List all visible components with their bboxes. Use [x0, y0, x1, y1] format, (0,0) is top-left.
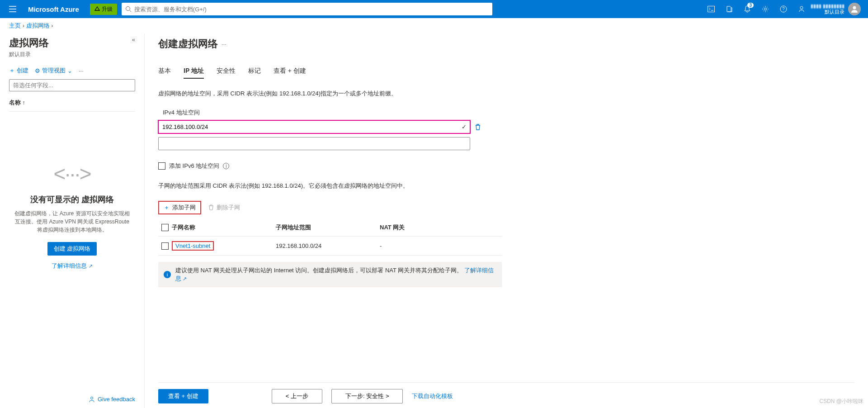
tab-ip[interactable]: IP 地址 — [184, 64, 204, 79]
page-title: 创建虚拟网络 — [158, 37, 218, 51]
plus-icon: ＋ — [164, 204, 170, 212]
empty-desc: 创建虚拟网络，让 Azure 资源可以安全地实现相互连接。使用 Azure VP… — [14, 209, 131, 234]
brand-label[interactable]: Microsoft Azure — [22, 5, 85, 13]
breadcrumb-vnet[interactable]: 虚拟网络 — [26, 22, 50, 29]
ipv4-label: IPv4 地址空间 — [158, 109, 854, 117]
subnet-desc: 子网的地址范围采用 CIDR 表示法(例如 192.168.1.0/24)。它必… — [158, 182, 854, 190]
svg-point-4 — [800, 6, 803, 9]
tab-tags[interactable]: 标记 — [248, 64, 261, 79]
prev-button[interactable]: < 上一步 — [272, 389, 322, 403]
col-subnet-name: 子网名称 — [172, 223, 276, 232]
upgrade-label: 升级 — [102, 5, 113, 13]
svg-point-2 — [764, 8, 766, 10]
watermark: CSDN @小咔啦咪 — [819, 398, 863, 405]
more-menu[interactable]: ··· — [79, 67, 84, 74]
tab-security[interactable]: 安全性 — [217, 64, 236, 79]
empty-title: 没有可显示的 虚拟网络 — [14, 194, 131, 205]
info-circle-icon: i — [164, 271, 171, 278]
breadcrumb-sep2: › — [51, 22, 53, 29]
next-button[interactable]: 下一步: 安全性 > — [331, 389, 403, 403]
user-name: ▮▮▮▮ ▮▮▮▮▮▮▮▮ — [811, 3, 844, 9]
row-checkbox[interactable] — [161, 242, 169, 250]
info-icon[interactable]: i — [223, 163, 229, 169]
upgrade-button[interactable]: 升级 — [90, 4, 117, 15]
give-feedback[interactable]: Give feedback — [9, 396, 135, 403]
empty-icon: <···> — [14, 161, 131, 186]
create-button[interactable]: ＋创建 — [9, 66, 28, 75]
main-panel: 创建虚拟网络 ··· 基本 IP 地址 安全性 标记 查看 + 创建 虚拟网络的… — [145, 33, 868, 408]
upgrade-icon — [94, 6, 100, 12]
search-icon — [125, 6, 132, 12]
sidebar: 虚拟网络 默认目录 « ＋创建 ⚙管理视图⌄ ··· 名称 ↑ <···> 没有… — [0, 33, 145, 408]
empty-state: <···> 没有可显示的 虚拟网络 创建虚拟网络，让 Azure 资源可以安全地… — [9, 161, 135, 270]
directories-icon[interactable] — [720, 0, 738, 18]
user-directory: 默认目录 — [811, 9, 844, 15]
tab-review[interactable]: 查看 + 创建 — [274, 64, 306, 79]
sidebar-subtitle: 默认目录 — [9, 51, 49, 58]
settings-icon[interactable] — [756, 0, 774, 18]
top-header: Microsoft Azure 升级 3 ▮▮▮▮ ▮▮▮▮▮▮▮▮ 默认目录 — [0, 0, 868, 18]
download-template-link[interactable]: 下载自动化模板 — [412, 392, 453, 400]
feedback-person-icon — [89, 396, 95, 403]
feedback-icon[interactable] — [793, 0, 811, 18]
ipv4-input-wrap: ✓ — [158, 120, 470, 133]
create-vnet-button[interactable]: 创建 虚拟网络 — [47, 242, 97, 256]
ipv4-input-empty-wrap — [158, 137, 470, 150]
breadcrumb: 主页 › 虚拟网络 › — [0, 18, 868, 33]
breadcrumb-home[interactable]: 主页 — [9, 22, 21, 29]
svg-point-6 — [90, 397, 93, 399]
wizard-footer: 查看 + 创建 < 上一步 下一步: 安全性 > 下载自动化模板 — [158, 382, 854, 408]
delete-subnet-button[interactable]: 删除子网 — [208, 204, 240, 212]
header-icons: 3 ▮▮▮▮ ▮▮▮▮▮▮▮▮ 默认目录 — [702, 0, 864, 18]
info-text: 建议使用 NAT 网关处理从子网出站的 Internet 访问。创建虚拟网络后，… — [175, 267, 462, 274]
plus-icon: ＋ — [9, 66, 15, 75]
chevron-down-icon: ⌄ — [67, 67, 72, 74]
svg-point-0 — [126, 7, 130, 11]
cloud-shell-icon[interactable] — [702, 0, 720, 18]
tabs: 基本 IP 地址 安全性 标记 查看 + 创建 — [158, 64, 854, 79]
svg-rect-1 — [708, 6, 714, 12]
breadcrumb-sep: › — [23, 22, 24, 29]
add-subnet-button[interactable]: ＋ 添加子网 — [158, 201, 201, 214]
subnet-nat: - — [380, 242, 502, 249]
col-subnet-range: 子网地址范围 — [276, 223, 380, 232]
ipv6-label: 添加 IPv6 地址空间 — [169, 162, 219, 170]
notifications-icon[interactable]: 3 — [738, 0, 756, 18]
sidebar-toolbar: ＋创建 ⚙管理视图⌄ ··· — [9, 66, 135, 75]
delete-addr-icon[interactable] — [475, 123, 481, 131]
subnet-name-link[interactable]: Vnet1-subnet — [172, 241, 214, 251]
ipv4-input-empty[interactable] — [158, 137, 470, 150]
svg-point-5 — [853, 6, 856, 9]
more-actions[interactable]: ··· — [222, 41, 226, 47]
search-input[interactable] — [134, 6, 489, 13]
ipv4-input[interactable] — [158, 120, 470, 133]
help-icon[interactable] — [774, 0, 793, 18]
select-all-checkbox[interactable] — [161, 224, 169, 231]
learn-more-link[interactable]: 了解详细信息 — [52, 262, 92, 269]
notification-badge: 3 — [747, 3, 754, 8]
filter-input[interactable] — [9, 79, 135, 91]
review-create-button[interactable]: 查看 + 创建 — [158, 389, 208, 403]
addr-space-desc: 虚拟网络的地址空间，采用 CIDR 表示法(例如 192.168.1.0/24)… — [158, 90, 854, 98]
table-row: Vnet1-subnet 192.168.100.0/24 - — [158, 237, 502, 256]
subnet-table: 子网名称 子网地址范围 NAT 网关 Vnet1-subnet 192.168.… — [158, 219, 502, 256]
collapse-icon[interactable]: « — [132, 36, 135, 43]
ipv6-checkbox[interactable] — [158, 162, 165, 170]
avatar — [848, 3, 861, 15]
hamburger-icon[interactable] — [4, 0, 22, 18]
subnet-range: 192.168.100.0/24 — [276, 242, 380, 249]
info-bar: i 建议使用 NAT 网关处理从子网出站的 Internet 访问。创建虚拟网络… — [158, 262, 502, 287]
user-text: ▮▮▮▮ ▮▮▮▮▮▮▮▮ 默认目录 — [811, 3, 844, 15]
manage-view-button[interactable]: ⚙管理视图⌄ — [35, 66, 72, 75]
trash-icon — [208, 204, 214, 211]
user-block[interactable]: ▮▮▮▮ ▮▮▮▮▮▮▮▮ 默认目录 — [811, 3, 864, 15]
gear-icon: ⚙ — [35, 67, 40, 74]
column-name-header[interactable]: 名称 ↑ — [9, 94, 135, 112]
sidebar-title: 虚拟网络 — [9, 36, 49, 50]
tab-basic[interactable]: 基本 — [158, 64, 171, 79]
col-subnet-nat: NAT 网关 — [380, 223, 502, 232]
search-box[interactable] — [122, 3, 492, 15]
